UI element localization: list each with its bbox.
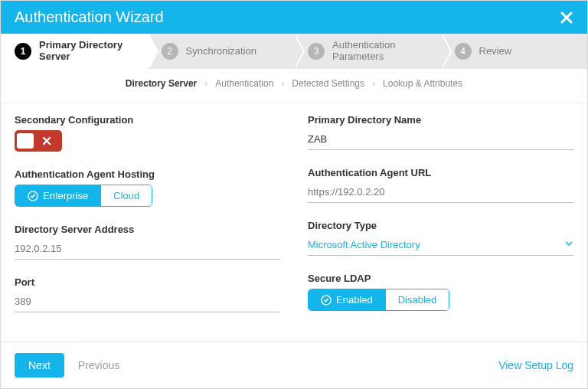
segment-label: Enabled — [336, 294, 373, 306]
hosting-enterprise[interactable]: Enterprise — [15, 185, 100, 206]
chevron-right-icon: › — [372, 78, 375, 89]
subtab-authentication[interactable]: Authentication — [212, 77, 276, 90]
chevron-down-icon — [564, 239, 573, 250]
field-port: Port — [15, 276, 280, 312]
sldap-disabled[interactable]: Disabled — [385, 289, 449, 310]
form-grid: Secondary Configuration Authentication A… — [1, 103, 587, 328]
segment-label: Enterprise — [43, 190, 88, 201]
segment-label: Cloud — [113, 190, 139, 201]
field-label: Secure LDAP — [308, 273, 573, 284]
step-synchronization[interactable]: 2 Synchronization — [148, 34, 295, 69]
field-label: Authentication Agent Hosting — [15, 168, 280, 180]
x-icon — [34, 136, 60, 145]
footer-left: Next Previous — [15, 353, 119, 378]
step-auth-params[interactable]: 3 Authentication Parameters — [294, 34, 441, 69]
step-primary-directory[interactable]: 1 Primary Directory Server — [1, 34, 148, 69]
check-circle-icon — [28, 191, 38, 201]
sldap-enabled[interactable]: Enabled — [309, 289, 385, 310]
field-ds-address: Directory Server Address — [15, 224, 280, 260]
chevron-right-icon: › — [281, 78, 284, 89]
field-hosting: Authentication Agent Hosting Enterprise … — [15, 168, 280, 207]
close-button[interactable] — [560, 11, 573, 25]
field-label: Secondary Configuration — [15, 114, 280, 126]
step-number: 4 — [455, 43, 472, 60]
field-label: Authentication Agent URL — [308, 167, 573, 178]
form-scroll-area[interactable]: Directory Server › Authentication › Dete… — [1, 69, 587, 342]
field-directory-name: Primary Directory Name — [308, 114, 573, 150]
directory-type-select[interactable]: Microsoft Active Directory — [308, 236, 573, 256]
toggle-knob — [17, 133, 34, 149]
step-number: 2 — [162, 43, 178, 60]
dialog-title: Authentication Wizard — [15, 8, 164, 26]
segment-label: Disabled — [398, 294, 437, 306]
agent-url-input[interactable] — [308, 183, 573, 203]
previous-link[interactable]: Previous — [78, 359, 119, 371]
form-left-column: Secondary Configuration Authentication A… — [15, 114, 280, 312]
step-label: Primary Directory Server — [39, 40, 148, 63]
directory-name-input[interactable] — [308, 130, 573, 150]
form-right-column: Primary Directory Name Authentication Ag… — [308, 114, 573, 312]
secure-ldap-segmented: Enabled Disabled — [308, 289, 449, 311]
check-circle-icon — [321, 295, 332, 306]
step-label: Authentication Parameters — [332, 40, 441, 63]
step-number: 3 — [308, 43, 325, 60]
dialog-footer: Next Previous View Setup Log — [1, 342, 587, 388]
subtab-directory-server[interactable]: Directory Server — [122, 77, 200, 90]
step-label: Synchronization — [186, 46, 257, 57]
field-directory-type: Directory Type Microsoft Active Director… — [308, 220, 573, 256]
step-number: 1 — [15, 43, 31, 60]
next-button[interactable]: Next — [15, 353, 64, 378]
field-secure-ldap: Secure LDAP Enabled Disabled — [308, 273, 573, 311]
step-review[interactable]: 4 Review — [441, 34, 588, 69]
subtab-lookup-attributes[interactable]: Lookup & Attributes — [380, 77, 466, 90]
close-icon — [560, 11, 573, 25]
step-indicator: 1 Primary Directory Server 2 Synchroniza… — [1, 34, 587, 69]
chevron-right-icon: › — [204, 78, 207, 89]
field-agent-url: Authentication Agent URL — [308, 167, 573, 203]
auth-wizard-dialog: Authentication Wizard 1 Primary Director… — [0, 0, 588, 389]
subtab-detected-settings[interactable]: Detected Settings — [289, 77, 368, 90]
field-label: Port — [15, 276, 280, 288]
view-setup-log-link[interactable]: View Setup Log — [498, 359, 573, 371]
port-input[interactable] — [15, 293, 280, 312]
select-value: Microsoft Active Directory — [308, 239, 420, 250]
hosting-segmented: Enterprise Cloud — [15, 185, 152, 207]
field-secondary-config: Secondary Configuration — [15, 114, 280, 152]
field-label: Directory Type — [308, 220, 573, 231]
field-label: Directory Server Address — [15, 224, 280, 235]
hosting-cloud[interactable]: Cloud — [100, 185, 152, 206]
ds-address-input[interactable] — [15, 240, 280, 260]
field-label: Primary Directory Name — [308, 114, 573, 126]
step-label: Review — [479, 46, 512, 57]
secondary-config-toggle[interactable] — [15, 130, 62, 152]
dialog-header: Authentication Wizard — [1, 1, 587, 34]
sub-tabs: Directory Server › Authentication › Dete… — [1, 69, 587, 103]
